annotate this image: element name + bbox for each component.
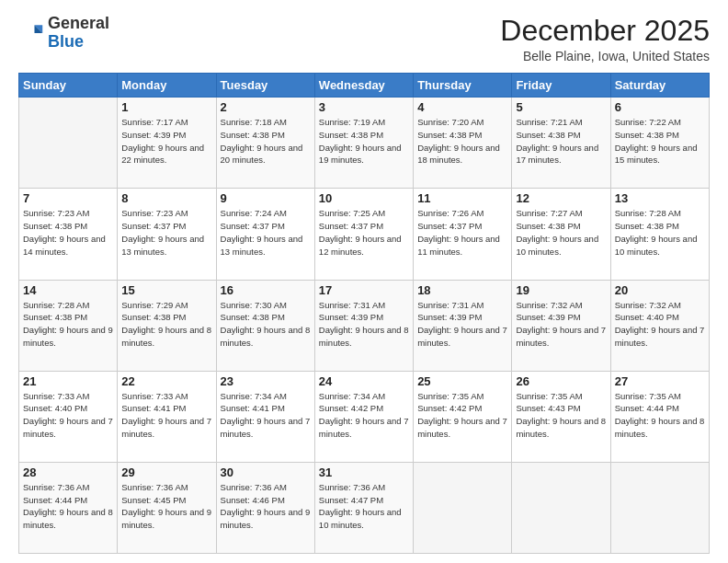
day-info: Sunrise: 7:35 AM Sunset: 4:42 PM Dayligh… [417,390,507,441]
calendar-table: Sunday Monday Tuesday Wednesday Thursday… [18,73,710,554]
day-cell: 2Sunrise: 7:18 AM Sunset: 4:38 PM Daylig… [216,98,314,189]
day-info: Sunrise: 7:28 AM Sunset: 4:38 PM Dayligh… [615,207,705,258]
week-row-2: 7Sunrise: 7:23 AM Sunset: 4:38 PM Daylig… [19,189,710,280]
day-cell: 25Sunrise: 7:35 AM Sunset: 4:42 PM Dayli… [414,371,512,462]
day-info: Sunrise: 7:28 AM Sunset: 4:38 PM Dayligh… [23,299,113,350]
day-number: 13 [615,191,705,205]
day-number: 27 [615,374,705,388]
day-info: Sunrise: 7:32 AM Sunset: 4:40 PM Dayligh… [615,299,705,350]
day-number: 28 [23,465,113,479]
day-info: Sunrise: 7:36 AM Sunset: 4:46 PM Dayligh… [221,481,311,532]
day-cell: 16Sunrise: 7:30 AM Sunset: 4:38 PM Dayli… [216,280,314,371]
day-cell: 19Sunrise: 7:32 AM Sunset: 4:39 PM Dayli… [512,280,610,371]
day-number: 29 [121,465,211,479]
day-info: Sunrise: 7:34 AM Sunset: 4:42 PM Dayligh… [319,390,409,441]
day-cell: 4Sunrise: 7:20 AM Sunset: 4:38 PM Daylig… [414,98,512,189]
day-number: 21 [23,374,113,388]
day-number: 19 [516,283,606,297]
day-cell: 3Sunrise: 7:19 AM Sunset: 4:38 PM Daylig… [314,98,413,189]
day-number: 6 [615,100,705,114]
day-cell: 21Sunrise: 7:33 AM Sunset: 4:40 PM Dayli… [19,371,118,462]
day-info: Sunrise: 7:21 AM Sunset: 4:38 PM Dayligh… [516,116,606,167]
day-number: 17 [319,283,409,297]
day-number: 15 [121,283,211,297]
week-row-1: 1Sunrise: 7:17 AM Sunset: 4:39 PM Daylig… [19,98,710,189]
day-cell: 10Sunrise: 7:25 AM Sunset: 4:37 PM Dayli… [314,189,413,280]
day-cell: 8Sunrise: 7:23 AM Sunset: 4:37 PM Daylig… [118,189,216,280]
day-info: Sunrise: 7:25 AM Sunset: 4:37 PM Dayligh… [319,207,409,258]
day-info: Sunrise: 7:23 AM Sunset: 4:38 PM Dayligh… [23,207,113,258]
day-number: 3 [319,100,409,114]
day-info: Sunrise: 7:17 AM Sunset: 4:39 PM Dayligh… [121,116,211,167]
day-number: 5 [516,100,606,114]
day-info: Sunrise: 7:31 AM Sunset: 4:39 PM Dayligh… [417,299,507,350]
day-cell: 12Sunrise: 7:27 AM Sunset: 4:38 PM Dayli… [512,189,610,280]
day-number: 10 [319,191,409,205]
col-thursday: Thursday [414,74,512,98]
day-info: Sunrise: 7:36 AM Sunset: 4:45 PM Dayligh… [121,481,211,532]
day-number: 2 [221,100,311,114]
day-cell: 20Sunrise: 7:32 AM Sunset: 4:40 PM Dayli… [610,280,709,371]
week-row-3: 14Sunrise: 7:28 AM Sunset: 4:38 PM Dayli… [19,280,710,371]
week-row-4: 21Sunrise: 7:33 AM Sunset: 4:40 PM Dayli… [19,371,710,462]
day-cell: 17Sunrise: 7:31 AM Sunset: 4:39 PM Dayli… [314,280,413,371]
logo-general: General [48,14,109,32]
day-info: Sunrise: 7:27 AM Sunset: 4:38 PM Dayligh… [516,207,606,258]
day-cell: 15Sunrise: 7:29 AM Sunset: 4:38 PM Dayli… [118,280,216,371]
logo: General Blue [18,15,109,52]
day-cell: 24Sunrise: 7:34 AM Sunset: 4:42 PM Dayli… [314,371,413,462]
day-cell: 27Sunrise: 7:35 AM Sunset: 4:44 PM Dayli… [610,371,709,462]
day-number: 7 [23,191,113,205]
day-cell: 30Sunrise: 7:36 AM Sunset: 4:46 PM Dayli… [216,462,314,553]
day-cell [414,462,512,553]
title-block: December 2025 Belle Plaine, Iowa, United… [500,15,710,63]
day-info: Sunrise: 7:32 AM Sunset: 4:39 PM Dayligh… [516,299,606,350]
day-info: Sunrise: 7:22 AM Sunset: 4:38 PM Dayligh… [615,116,705,167]
day-number: 25 [417,374,507,388]
day-number: 8 [121,191,211,205]
day-cell: 11Sunrise: 7:26 AM Sunset: 4:37 PM Dayli… [414,189,512,280]
day-cell: 13Sunrise: 7:28 AM Sunset: 4:38 PM Dayli… [610,189,709,280]
day-info: Sunrise: 7:24 AM Sunset: 4:37 PM Dayligh… [221,207,311,258]
day-cell [610,462,709,553]
day-cell [19,98,118,189]
day-info: Sunrise: 7:18 AM Sunset: 4:38 PM Dayligh… [221,116,311,167]
col-monday: Monday [118,74,216,98]
day-cell: 7Sunrise: 7:23 AM Sunset: 4:38 PM Daylig… [19,189,118,280]
calendar-header-row: Sunday Monday Tuesday Wednesday Thursday… [19,74,710,98]
day-cell: 5Sunrise: 7:21 AM Sunset: 4:38 PM Daylig… [512,98,610,189]
day-cell: 31Sunrise: 7:36 AM Sunset: 4:47 PM Dayli… [314,462,413,553]
day-number: 31 [319,465,409,479]
day-info: Sunrise: 7:29 AM Sunset: 4:38 PM Dayligh… [121,299,211,350]
col-friday: Friday [512,74,610,98]
day-number: 26 [516,374,606,388]
col-wednesday: Wednesday [314,74,413,98]
day-cell: 29Sunrise: 7:36 AM Sunset: 4:45 PM Dayli… [118,462,216,553]
day-cell: 6Sunrise: 7:22 AM Sunset: 4:38 PM Daylig… [610,98,709,189]
day-number: 20 [615,283,705,297]
day-info: Sunrise: 7:26 AM Sunset: 4:37 PM Dayligh… [417,207,507,258]
day-number: 4 [417,100,507,114]
day-cell [512,462,610,553]
day-number: 16 [221,283,311,297]
col-saturday: Saturday [610,74,709,98]
day-info: Sunrise: 7:23 AM Sunset: 4:37 PM Dayligh… [121,207,211,258]
day-number: 9 [221,191,311,205]
day-info: Sunrise: 7:35 AM Sunset: 4:43 PM Dayligh… [516,390,606,441]
day-cell: 28Sunrise: 7:36 AM Sunset: 4:44 PM Dayli… [19,462,118,553]
day-number: 1 [121,100,211,114]
day-number: 22 [121,374,211,388]
logo-blue: Blue [48,32,84,51]
day-cell: 9Sunrise: 7:24 AM Sunset: 4:37 PM Daylig… [216,189,314,280]
col-tuesday: Tuesday [216,74,314,98]
day-number: 12 [516,191,606,205]
day-number: 24 [319,374,409,388]
day-number: 11 [417,191,507,205]
day-info: Sunrise: 7:33 AM Sunset: 4:41 PM Dayligh… [121,390,211,441]
location-subtitle: Belle Plaine, Iowa, United States [500,49,710,63]
day-number: 30 [221,465,311,479]
header: General Blue December 2025 Belle Plaine,… [18,15,710,63]
day-info: Sunrise: 7:30 AM Sunset: 4:38 PM Dayligh… [221,299,311,350]
day-number: 23 [221,374,311,388]
day-info: Sunrise: 7:31 AM Sunset: 4:39 PM Dayligh… [319,299,409,350]
